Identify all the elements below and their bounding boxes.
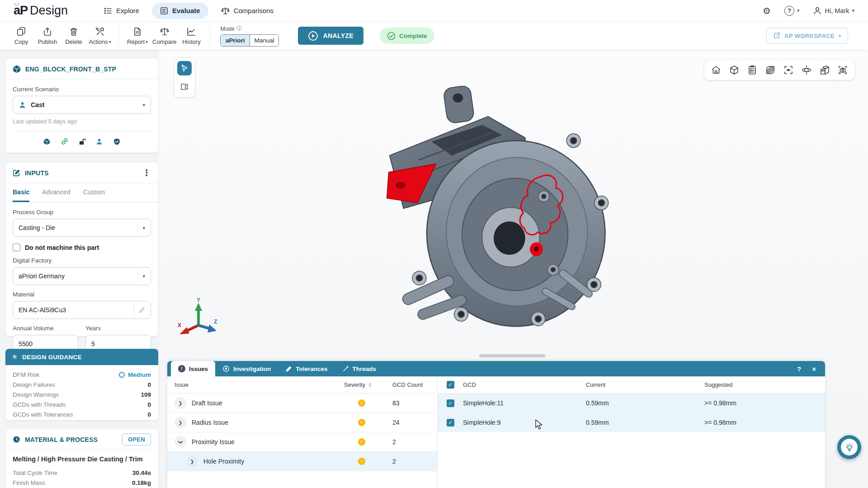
select-end bbox=[134, 305, 145, 315]
complete-label: Complete bbox=[399, 33, 427, 39]
issues-panel: ! Issues Investigation Tolerances Thread… bbox=[167, 361, 825, 488]
tab-basic[interactable]: Basic bbox=[13, 183, 29, 202]
gcd-current: 0.59mm bbox=[586, 399, 704, 407]
gcd-row-simplehole-9[interactable]: ✓ SimpleHole:9 0.59mm >= 0.98mm bbox=[438, 413, 825, 432]
orbit-rotate-icon[interactable] bbox=[801, 65, 812, 75]
mode-manual-option[interactable]: Manual bbox=[250, 35, 279, 46]
issue-row-draft[interactable]: ❯Draft Issue ! 83 bbox=[167, 394, 437, 413]
tolerances-pencil-icon bbox=[285, 366, 292, 372]
compare-button[interactable]: Compare bbox=[151, 27, 178, 45]
gcd-row-simplehole-11[interactable]: ✓ SimpleHole:11 0.59mm >= 0.98mm bbox=[438, 394, 825, 413]
panel-close-icon[interactable]: × bbox=[812, 365, 816, 373]
gcd-table-header: ✓ GCD Current Suggested bbox=[438, 376, 825, 394]
tab-advanced[interactable]: Advanced bbox=[42, 183, 70, 202]
scenario-select[interactable]: Cast ▾ bbox=[13, 96, 151, 114]
scenario-status-icons: · · · · bbox=[13, 137, 151, 145]
issue-row-radius[interactable]: ❯Radius Issue ! 24 bbox=[167, 413, 437, 432]
mode-apriori-option[interactable]: aPriori bbox=[221, 35, 250, 46]
select-cursor-tool[interactable] bbox=[177, 61, 192, 75]
panel-help-icon[interactable]: ? bbox=[797, 365, 801, 373]
history-chart-icon bbox=[186, 27, 196, 37]
view-list-icon[interactable] bbox=[747, 65, 758, 75]
viewer-horizontal-scrollbar[interactable] bbox=[479, 354, 545, 357]
divider bbox=[138, 271, 138, 282]
collapse-chevron-icon[interactable]: ❯ bbox=[175, 436, 186, 448]
inputs-title: INPUTS bbox=[25, 169, 49, 177]
process-group-value: Casting - Die bbox=[19, 224, 55, 231]
col-severity[interactable]: Severity ▲▼ bbox=[338, 381, 385, 388]
unlock-icon[interactable] bbox=[78, 138, 86, 145]
link-icon[interactable] bbox=[61, 137, 69, 145]
digital-factory-select[interactable]: aPriori Germany ▾ bbox=[13, 267, 151, 285]
nav-comparisons[interactable]: Comparisons bbox=[213, 3, 282, 19]
chevron-down-icon: ▾ bbox=[797, 8, 800, 14]
delete-button[interactable]: Delete bbox=[61, 27, 87, 45]
owner-user-icon[interactable] bbox=[95, 138, 103, 145]
cad-cube-icon[interactable] bbox=[43, 138, 51, 145]
material-field[interactable]: EN AC-AlSi9Cu3 bbox=[13, 301, 151, 319]
isometric-view-icon[interactable] bbox=[729, 65, 740, 75]
warning-severity-icon: ! bbox=[358, 399, 365, 407]
assistant-fab-button[interactable] bbox=[837, 435, 861, 459]
checkbox-unchecked[interactable] bbox=[13, 244, 20, 251]
info-icon[interactable]: ⓘ bbox=[237, 25, 242, 33]
select-all-checkbox[interactable]: ✓ bbox=[447, 381, 454, 389]
digital-factory-value: aPriori Germany bbox=[19, 272, 65, 280]
issue-row-proximity[interactable]: ❯Proximity Issue ! 2 bbox=[167, 432, 437, 452]
tab-custom[interactable]: Custom bbox=[83, 183, 105, 202]
kebab-menu-icon[interactable]: ⋮ bbox=[142, 168, 151, 178]
history-button[interactable]: History bbox=[178, 27, 204, 45]
axis-z-label: Z bbox=[214, 319, 217, 325]
user-greeting: Hi, Mark bbox=[825, 7, 849, 14]
gcds-threads-row: GCDs with Threads0 bbox=[13, 399, 151, 409]
pencil-icon[interactable] bbox=[138, 307, 145, 314]
nav-explore[interactable]: Explore bbox=[96, 3, 147, 19]
do-not-machine-checkbox-row[interactable]: Do not machine this part bbox=[13, 244, 151, 251]
app-logo[interactable]: aP Design bbox=[14, 4, 68, 18]
tab-investigation[interactable]: Investigation bbox=[215, 361, 278, 376]
fit-view-icon[interactable] bbox=[783, 65, 794, 75]
issue-name: Proximity Issue bbox=[192, 438, 235, 446]
open-button[interactable]: OPEN bbox=[122, 433, 151, 446]
mode-section: Mode ⓘ aPriori Manual bbox=[220, 25, 279, 47]
select-end: ▾ bbox=[138, 271, 145, 282]
expand-chevron-icon[interactable]: ❯ bbox=[175, 397, 186, 409]
actions-menu-button[interactable]: Actions▾ bbox=[87, 27, 113, 45]
copy-button[interactable]: Copy bbox=[8, 27, 34, 45]
publish-button[interactable]: Publish bbox=[34, 27, 61, 45]
home-view-icon[interactable] bbox=[711, 65, 722, 75]
investigation-icon bbox=[222, 365, 230, 372]
help-menu[interactable]: ? ▾ bbox=[784, 6, 800, 16]
3d-model-engine-block[interactable] bbox=[375, 86, 615, 339]
snapshot-camera-icon[interactable] bbox=[837, 65, 848, 75]
tab-tolerances[interactable]: Tolerances bbox=[278, 361, 335, 376]
shield-check-icon[interactable] bbox=[113, 138, 121, 145]
ap-workspace-button[interactable]: AP WORKSPACE ▾ bbox=[766, 28, 848, 44]
process-group-select[interactable]: Casting - Die ▾ bbox=[13, 219, 151, 237]
expand-chevron-icon[interactable]: ❯ bbox=[175, 417, 186, 428]
measure-tool[interactable] bbox=[177, 80, 192, 94]
sort-icon[interactable]: ▲▼ bbox=[368, 382, 372, 388]
axis-y-label: Y bbox=[197, 297, 200, 303]
row-checkbox[interactable]: ✓ bbox=[447, 419, 454, 427]
exploded-view-icon[interactable] bbox=[819, 65, 830, 75]
row-checkbox[interactable]: ✓ bbox=[447, 399, 454, 407]
tab-issues[interactable]: ! Issues bbox=[171, 361, 215, 376]
toolbar-divider bbox=[118, 26, 119, 45]
settings-gear-icon[interactable]: ⚙ bbox=[763, 5, 771, 16]
analyze-button[interactable]: ANALYZE bbox=[298, 27, 363, 45]
section-view-icon[interactable] bbox=[765, 65, 776, 75]
chevron-down-icon: ▾ bbox=[142, 225, 145, 231]
issue-count: 2 bbox=[385, 438, 437, 446]
expand-chevron-icon[interactable]: ❯ bbox=[186, 455, 198, 467]
report-menu-button[interactable]: Report▾ bbox=[124, 27, 151, 45]
tab-threads[interactable]: Threads bbox=[335, 361, 384, 376]
dfm-risk-label: DFM Risk bbox=[13, 371, 39, 378]
dot-separator: · bbox=[73, 139, 74, 144]
external-link-icon bbox=[773, 32, 780, 39]
nav-evaluate[interactable]: Evaluate bbox=[152, 3, 208, 19]
mode-label: Mode bbox=[220, 26, 234, 32]
issue-row-hole-proximity[interactable]: ❯Hole Proximity ! 2 bbox=[167, 452, 437, 471]
material-process-card: MATERIAL & PROCESS OPEN Melting / High P… bbox=[5, 429, 158, 488]
user-menu[interactable]: Hi, Mark ▾ bbox=[813, 6, 854, 15]
